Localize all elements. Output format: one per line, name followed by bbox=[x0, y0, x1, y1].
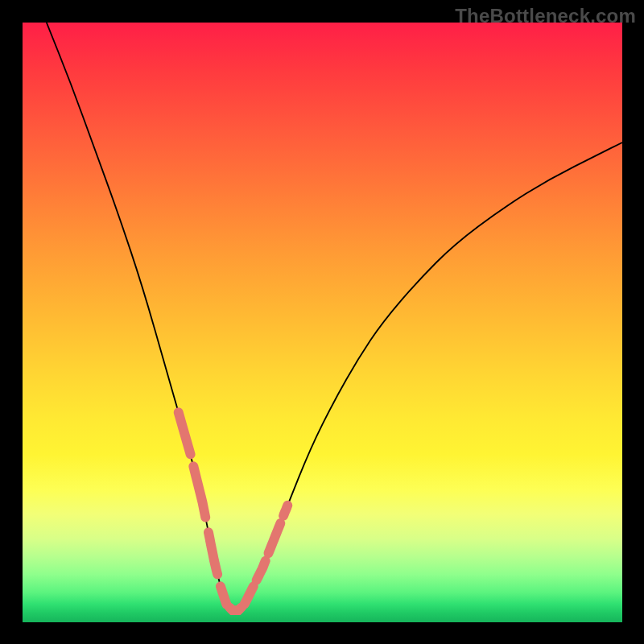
highlight-segment bbox=[221, 586, 226, 604]
highlight-segment bbox=[179, 412, 191, 454]
highlight-segment bbox=[208, 532, 217, 574]
highlight-segment bbox=[229, 607, 242, 610]
highlight-segment bbox=[257, 561, 266, 580]
chart-frame: TheBottleneck.com bbox=[0, 0, 644, 644]
watermark: TheBottleneck.com bbox=[455, 5, 636, 27]
main-curve-path bbox=[47, 23, 622, 610]
highlight-segment bbox=[268, 523, 280, 553]
highlight-segment bbox=[283, 506, 287, 516]
highlight-group bbox=[179, 412, 288, 610]
highlight-segment bbox=[193, 466, 205, 517]
curve-svg bbox=[23, 23, 622, 622]
highlight-segment bbox=[245, 586, 254, 604]
